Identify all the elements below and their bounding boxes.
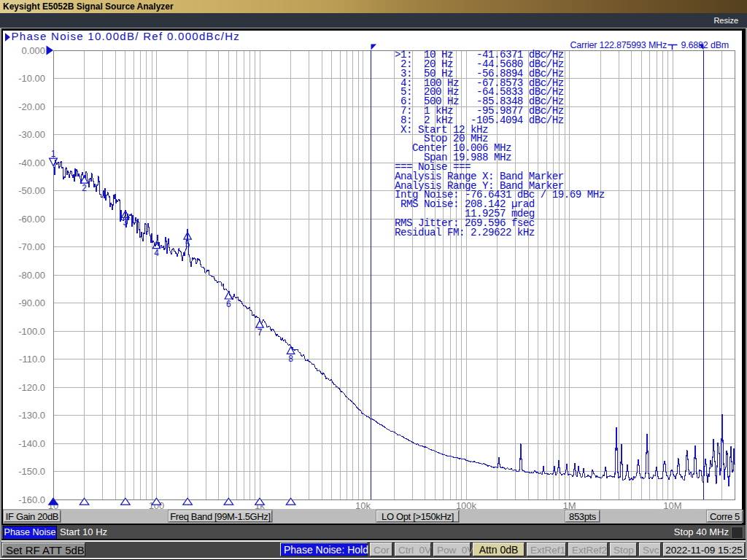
svg-text:-140.0: -140.0 xyxy=(18,438,45,449)
svg-text:-90.00: -90.00 xyxy=(18,298,45,308)
svg-text:-50.00: -50.00 xyxy=(18,185,45,196)
svg-text:-160.0: -160.0 xyxy=(18,494,45,505)
svg-text:-100.0: -100.0 xyxy=(18,326,45,337)
svg-text:-80.00: -80.00 xyxy=(18,270,45,281)
svg-text:-20.00: -20.00 xyxy=(18,101,45,112)
svg-text:-70.00: -70.00 xyxy=(18,241,45,252)
svg-text:-130.0: -130.0 xyxy=(18,410,45,421)
svg-text:8: 8 xyxy=(288,354,293,364)
svg-text:6: 6 xyxy=(226,299,231,309)
svg-text:0.000: 0.000 xyxy=(21,45,45,56)
svg-text:9.6882 dBm: 9.6882 dBm xyxy=(681,40,729,50)
svg-text:-40.00: -40.00 xyxy=(18,158,45,168)
svg-text:100k: 100k xyxy=(456,500,477,511)
svg-text:-110.0: -110.0 xyxy=(19,354,45,365)
svg-text:7: 7 xyxy=(258,327,263,338)
svg-text:2: 2 xyxy=(82,183,87,193)
svg-text:-30.00: -30.00 xyxy=(18,129,45,140)
svg-text:-10.00: -10.00 xyxy=(18,73,45,84)
svg-text:Phase Noise 10.00dB/ Ref 0.000: Phase Noise 10.00dB/ Ref 0.000dBc/Hz xyxy=(12,30,241,42)
svg-text:-120.0: -120.0 xyxy=(18,382,45,393)
svg-text:10k: 10k xyxy=(355,500,371,511)
svg-text:Carrier 122.875993 MHz: Carrier 122.875993 MHz xyxy=(570,40,667,50)
svg-text:1: 1 xyxy=(51,149,56,159)
svg-text:4: 4 xyxy=(154,248,159,258)
svg-text:-60.00: -60.00 xyxy=(18,214,45,225)
svg-text:Residual FM: 2.29622 kHz: Residual FM: 2.29622 kHz xyxy=(395,227,535,238)
svg-text:10M: 10M xyxy=(663,500,681,511)
svg-text:1M: 1M xyxy=(562,500,576,511)
svg-text:-150.0: -150.0 xyxy=(18,466,45,477)
